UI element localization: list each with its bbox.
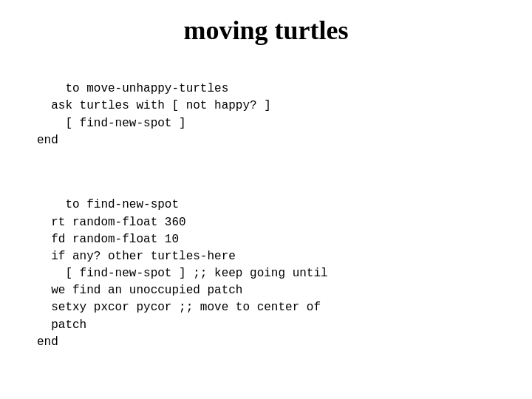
code-block-1: to move-unhappy-turtles ask turtles with… bbox=[30, 64, 502, 166]
page-title: moving turtles bbox=[184, 15, 349, 46]
page-container: moving turtles to move-unhappy-turtles a… bbox=[0, 0, 532, 399]
code-block-2: to find-new-spot rt random-float 360 fd … bbox=[30, 180, 502, 368]
code-text-2: to find-new-spot rt random-float 360 fd … bbox=[37, 198, 328, 349]
code-text-1: to move-unhappy-turtles ask turtles with… bbox=[37, 82, 271, 147]
